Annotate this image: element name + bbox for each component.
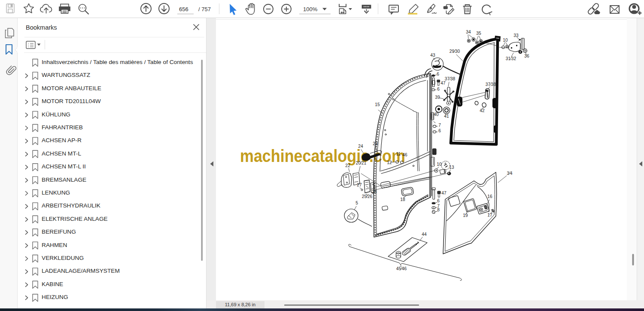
svg-text:13: 13 — [449, 165, 454, 170]
svg-text:41: 41 — [444, 114, 449, 119]
svg-text:37⁄38: 37⁄38 — [445, 76, 456, 81]
svg-text:23: 23 — [373, 141, 378, 146]
svg-text:18: 18 — [400, 197, 405, 202]
svg-text:19: 19 — [463, 213, 468, 218]
svg-text:31⁄32: 31⁄32 — [506, 56, 516, 61]
svg-text:5: 5 — [355, 201, 358, 205]
svg-text:11: 11 — [396, 152, 401, 156]
svg-text:12: 12 — [387, 160, 392, 165]
svg-text:47: 47 — [441, 191, 447, 195]
svg-text:47: 47 — [440, 81, 446, 85]
svg-text:34: 34 — [466, 30, 471, 34]
svg-text:27: 27 — [357, 183, 362, 187]
svg-text:15: 15 — [375, 102, 380, 107]
svg-text:24: 24 — [358, 144, 363, 149]
svg-text:22: 22 — [345, 163, 350, 168]
svg-text:37⁄38: 37⁄38 — [486, 82, 496, 87]
svg-text:40: 40 — [434, 112, 439, 117]
svg-text:29⁄30: 29⁄30 — [450, 49, 460, 54]
svg-text:25⁄26: 25⁄26 — [362, 194, 373, 199]
svg-text:6: 6 — [437, 72, 439, 76]
svg-text:6: 6 — [438, 128, 441, 133]
svg-text:20⁄21: 20⁄21 — [356, 161, 367, 165]
svg-text:35: 35 — [476, 31, 481, 36]
svg-text:42: 42 — [480, 108, 485, 113]
svg-text:39: 39 — [435, 95, 440, 100]
svg-text:36: 36 — [524, 54, 529, 58]
svg-text:7: 7 — [438, 123, 441, 128]
svg-text:33: 33 — [513, 33, 519, 38]
svg-text:45⁄46: 45⁄46 — [396, 266, 407, 271]
svg-text:44: 44 — [422, 232, 427, 237]
svg-text:43: 43 — [430, 53, 435, 58]
svg-text:10: 10 — [437, 162, 442, 167]
svg-text:17: 17 — [487, 213, 492, 217]
svg-text:16: 16 — [487, 194, 492, 199]
svg-text:10: 10 — [503, 38, 508, 43]
svg-text:6: 6 — [437, 87, 440, 91]
svg-text:6: 6 — [437, 198, 440, 203]
svg-text:3⁄4: 3⁄4 — [507, 171, 512, 176]
svg-text:8: 8 — [437, 207, 440, 212]
svg-text:28: 28 — [372, 189, 377, 194]
svg-text:46: 46 — [402, 152, 407, 157]
